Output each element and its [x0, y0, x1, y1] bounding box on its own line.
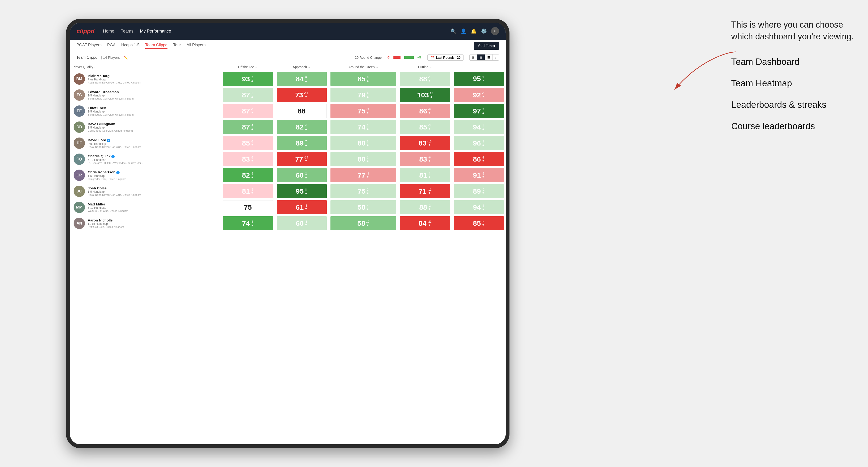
- avatar[interactable]: U: [491, 27, 499, 35]
- tab-pga[interactable]: PGA: [107, 43, 116, 49]
- col-approach[interactable]: Approach →: [275, 63, 329, 71]
- player-club: Woburn Golf Club, United Kingdom: [88, 210, 217, 212]
- grid-view-button[interactable]: ⊞: [470, 55, 477, 60]
- tab-team-clippd[interactable]: Team Clippd: [145, 43, 168, 49]
- score-change: -3▼: [428, 124, 431, 130]
- score-change: 2▲: [305, 172, 307, 179]
- score-cell: 82 -3▲: [221, 167, 275, 183]
- score-box: 85 8▲: [331, 72, 396, 86]
- table-row[interactable]: JC Josh Coles 1-5 Handicap Royal North D…: [70, 183, 506, 199]
- player-club: Royal North Devon Golf Club, United King…: [88, 193, 217, 196]
- search-icon[interactable]: 🔍: [451, 28, 456, 34]
- settings-icon[interactable]: ⚙️: [481, 28, 487, 34]
- score-value: 58: [358, 203, 365, 211]
- player-avatar-3: DB: [73, 121, 85, 133]
- score-box: 81 -3▼: [223, 184, 273, 198]
- score-box: 74 1▲: [331, 120, 396, 134]
- nav-bar: clippd Home Teams My Performance 🔍 👤 🔔 ⚙…: [70, 23, 506, 40]
- tab-tour[interactable]: Tour: [173, 43, 181, 49]
- player-name: Dave Billingham: [88, 122, 217, 126]
- table-row[interactable]: DB Dave Billingham 1-5 Handicap Gog Mago…: [70, 119, 506, 135]
- nav-link-teams[interactable]: Teams: [121, 29, 133, 34]
- nav-logo: clippd: [76, 28, 95, 35]
- score-change: -14▼: [304, 156, 308, 162]
- col-putting[interactable]: Putting →: [398, 63, 452, 71]
- team-name: Team Clippd: [76, 55, 97, 60]
- score-value: 77: [295, 155, 303, 163]
- score-box: 86 -6▼: [400, 104, 450, 118]
- score-box: 75: [223, 200, 273, 214]
- score-change: 5▲: [482, 108, 485, 115]
- score-box: 74 -8▲: [223, 216, 273, 230]
- table-row[interactable]: AN Aaron Nicholls 11-15 Handicap Drift G…: [70, 215, 506, 231]
- score-change: -6▼: [428, 156, 431, 162]
- table-row[interactable]: MM Matt Miller 6-10 Handicap Woburn Golf…: [70, 199, 506, 215]
- table-row[interactable]: EC Edward Crossman 1-5 Handicap Sunningd…: [70, 87, 506, 103]
- table-row[interactable]: DF David Ford✓ Plus Handicap Royal North…: [70, 135, 506, 151]
- nav-link-my-performance[interactable]: My Performance: [140, 29, 171, 34]
- players-count: | 14 Players: [101, 55, 120, 59]
- score-value: 89: [296, 139, 304, 147]
- score-cell: 85 8▲: [329, 71, 398, 87]
- score-box: 79 9▲: [331, 88, 396, 102]
- score-box: 71 -11▼: [400, 184, 450, 198]
- player-avatar-9: AN: [73, 218, 85, 229]
- score-box: 80 1▲: [331, 152, 396, 166]
- score-box: 89 -2▼: [454, 184, 504, 198]
- score-box: 103 15▲: [400, 88, 450, 102]
- score-cell: 60 2▲: [275, 167, 329, 183]
- add-team-button[interactable]: Add Team: [474, 42, 499, 50]
- score-cell: 85 -4▼: [452, 215, 506, 231]
- score-box: 94 1▲: [454, 120, 504, 134]
- table-row[interactable]: CR Chris Robertson✓ 1-5 Handicap Craigmi…: [70, 167, 506, 183]
- tab-pgat-players[interactable]: PGAT Players: [76, 43, 101, 49]
- user-icon[interactable]: 👤: [461, 28, 467, 34]
- score-value: 61: [296, 203, 304, 211]
- player-avatar-2: EE: [73, 105, 85, 117]
- score-value: 81: [242, 187, 250, 195]
- score-change: 4▲: [305, 124, 307, 130]
- list-view-button[interactable]: ☰: [485, 55, 493, 60]
- score-value: 75: [358, 107, 365, 115]
- score-cell: 103 15▲: [398, 87, 452, 103]
- score-cell: 80 1▲: [329, 151, 398, 167]
- score-cell: 88: [275, 103, 329, 119]
- player-handicap: 1-5 Handicap: [88, 110, 217, 113]
- score-value: 87: [242, 107, 250, 115]
- score-change: -21▲: [427, 220, 431, 227]
- score-cell: 79 9▲: [329, 87, 398, 103]
- score-change: -3▼: [482, 92, 485, 98]
- col-player-quality[interactable]: Player Quality ↓: [70, 63, 221, 71]
- score-value: 92: [473, 91, 481, 99]
- nav-link-home[interactable]: Home: [103, 29, 115, 34]
- tab-all-players[interactable]: All Players: [187, 43, 206, 49]
- score-value: 82: [296, 123, 304, 131]
- score-change: -3▼: [251, 108, 253, 115]
- score-change: 4▲: [251, 124, 253, 130]
- bell-icon[interactable]: 🔔: [471, 28, 477, 34]
- heatmap-view-button[interactable]: ▦: [477, 55, 485, 60]
- score-box: 75 -3▼: [331, 104, 396, 118]
- main-content: Player Quality ↓ Off the Tee → Approach …: [70, 63, 506, 444]
- score-change: -11▼: [304, 92, 308, 98]
- score-box: 60 2▲: [277, 168, 327, 182]
- col-off-tee[interactable]: Off the Tee →: [221, 63, 275, 71]
- edit-icon[interactable]: ✏️: [124, 56, 128, 59]
- score-value: 88: [419, 203, 427, 211]
- last-rounds-label: Last Rounds:: [436, 56, 456, 59]
- table-row[interactable]: CQ Charlie Quick✓ 6-10 Handicap St. Geor…: [70, 151, 506, 167]
- col-around-green[interactable]: Around the Green →: [329, 63, 398, 71]
- table-row[interactable]: BM Blair McHarg Plus Handicap Royal Nort…: [70, 71, 506, 87]
- table-row[interactable]: EE Elliot Ebert 1-5 Handicap Sunningdale…: [70, 103, 506, 119]
- player-cell: DF David Ford✓ Plus Handicap Royal North…: [70, 135, 221, 151]
- export-button[interactable]: ↕: [493, 55, 499, 60]
- score-cell: 75 -3▼: [329, 103, 398, 119]
- score-box: 94 3▲: [454, 200, 504, 214]
- score-box: 87 -3▼: [223, 104, 273, 118]
- tab-hcaps-1-5[interactable]: Hcaps 1-5: [121, 43, 140, 49]
- score-change: 3▲: [482, 140, 485, 147]
- player-cell: CQ Charlie Quick✓ 6-10 Handicap St. Geor…: [70, 152, 221, 167]
- score-cell: 60 -1▼: [275, 215, 329, 231]
- score-cell: 96 3▲: [452, 135, 506, 151]
- last-rounds-button[interactable]: 📅 Last Rounds: 20: [427, 55, 464, 61]
